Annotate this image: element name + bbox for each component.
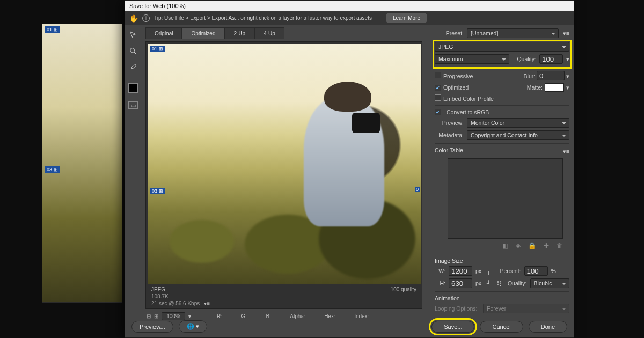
blur-input[interactable] (537, 71, 565, 80)
preview-container: 01 ⊞ 03 ⊞ 0 JPEG 100 quality 108.7K 21 s… (145, 41, 422, 309)
matte-chevron-icon[interactable]: ▾ (566, 84, 569, 91)
width-label: W: (435, 268, 445, 274)
progressive-label: Progressive (443, 73, 473, 79)
tab-4up[interactable]: 4-Up (254, 27, 284, 39)
ct-new-icon[interactable]: ✚ (544, 242, 549, 249)
learn-more-button[interactable]: Learn More (386, 13, 427, 23)
info-icon: i (142, 14, 150, 22)
matte-swatch[interactable] (545, 83, 564, 92)
slice-edge-number: 0 (415, 187, 420, 192)
preview-slice-01[interactable]: 01 ⊞ (150, 46, 165, 52)
slice-visibility-toggle[interactable]: ▭ (128, 101, 138, 109)
preview-intent-label: Preview: (435, 120, 464, 126)
width-input[interactable] (449, 266, 472, 276)
bg-slice-03: 03 ⊞ (45, 166, 60, 173)
height-label: H: (435, 280, 445, 286)
looping-dropdown: Forever (483, 304, 569, 313)
blur-chevron-icon[interactable]: ▾ (566, 73, 569, 79)
preview-tabs: Original Optimized 2-Up 4-Up (141, 25, 427, 39)
svg-point-0 (130, 48, 135, 53)
quality-preset-dropdown[interactable]: Maximum (435, 54, 509, 64)
camera-shape (352, 113, 380, 133)
looping-label: Looping Options: (435, 305, 480, 312)
color-table-title: Color Table (435, 147, 463, 153)
preview-quality-label: 100 quality (391, 286, 416, 292)
quality-input[interactable] (539, 54, 563, 64)
metadata-dropdown[interactable]: Copyright and Contact Info (467, 130, 569, 140)
browser-preview-button[interactable]: 🌐 ▾ (179, 320, 207, 333)
preview-button[interactable]: Preview... (131, 321, 173, 333)
format-dropdown[interactable]: JPEG (435, 42, 569, 52)
ct-lock-icon[interactable]: 🔒 (528, 242, 536, 249)
pct-unit: % (551, 268, 556, 274)
ct-cube-icon[interactable]: ◈ (516, 242, 521, 249)
resample-dropdown[interactable]: Bicubic (530, 278, 569, 288)
blur-label: Blur: (524, 73, 536, 79)
color-table-menu-icon[interactable]: ▾≡ (562, 148, 569, 155)
optimized-checkbox[interactable] (435, 85, 441, 91)
image-preview[interactable]: 01 ⊞ 03 ⊞ 0 (148, 44, 421, 284)
quality-label: Quality: (513, 56, 536, 62)
eyedropper-tool-icon[interactable] (128, 62, 138, 72)
slice-divider[interactable] (148, 187, 421, 187)
convert-srgb-label: Convert to sRGB (447, 109, 489, 115)
hat-shape (324, 82, 371, 112)
foreground-swatch[interactable] (128, 83, 138, 93)
cancel-button[interactable]: Cancel (480, 321, 523, 333)
resample-label: Quality: (506, 280, 527, 286)
ct-snap-icon[interactable]: ◧ (502, 242, 508, 249)
dialog-titlebar[interactable]: Save for Web (100%) (125, 1, 574, 11)
tip-bar: ✋ i Tip: Use File > Export > Export As..… (125, 11, 574, 25)
preview-format-label: JPEG (151, 286, 165, 292)
px-unit-2: px (475, 280, 481, 286)
center-panel: Original Optimized 2-Up 4-Up 01 ⊞ 03 ⊞ (141, 25, 430, 315)
ct-trash-icon[interactable]: 🗑 (557, 242, 563, 249)
preview-slice-03[interactable]: 03 ⊞ (150, 188, 165, 194)
bg-slice-01: 01 ⊞ (45, 26, 60, 33)
matte-label: Matte: (527, 84, 543, 91)
progressive-checkbox[interactable] (435, 72, 441, 78)
tip-text: Tip: Use File > Export > Export As... or… (154, 15, 372, 21)
embed-profile-checkbox[interactable] (435, 94, 441, 101)
settings-panel: Preset: [Unnamed] ▾≡ JPEG Maximum Qualit… (430, 25, 574, 315)
tab-2up[interactable]: 2-Up (224, 27, 254, 39)
preview-menu-icon[interactable]: ▾≡ (204, 300, 210, 306)
tab-optimized[interactable]: Optimized (182, 27, 224, 39)
format-highlight-region: JPEG Maximum Quality: ▾ (434, 41, 570, 68)
preset-label: Preset: (435, 30, 464, 36)
dialog-footer: Preview... 🌐 ▾ Save... Cancel Done (125, 315, 574, 337)
tab-original[interactable]: Original (145, 27, 182, 39)
color-table (448, 158, 563, 239)
done-button[interactable]: Done (529, 321, 567, 333)
percent-input[interactable] (524, 266, 548, 276)
convert-srgb-checkbox[interactable] (435, 109, 441, 115)
metadata-label: Metadata: (435, 132, 464, 138)
percent-label: Percent: (496, 268, 521, 274)
optimized-label: Optimized (443, 84, 469, 91)
grass-shape (170, 220, 234, 263)
preview-timing-label: 21 sec @ 56.6 Kbps (151, 300, 200, 306)
preview-intent-dropdown[interactable]: Monitor Color (467, 118, 569, 128)
save-button[interactable]: Save... (431, 321, 474, 333)
px-unit: px (475, 268, 481, 274)
tools-column: ▭ (125, 25, 141, 315)
preset-menu-icon[interactable]: ▾≡ (562, 30, 569, 36)
link-icon[interactable]: ⛓ (496, 280, 502, 286)
preview-size-label: 108.7K (151, 293, 169, 299)
quality-chevron-icon[interactable]: ▾ (566, 56, 569, 62)
hand-tool-icon[interactable]: ✋ (129, 14, 138, 23)
height-input[interactable] (449, 278, 472, 288)
save-for-web-dialog: Save for Web (100%) ✋ i Tip: Use File > … (125, 0, 574, 338)
background-document: 01 ⊞ 03 ⊞ (42, 24, 122, 303)
zoom-tool-icon[interactable] (128, 46, 138, 56)
pointer-tool-icon[interactable] (128, 30, 138, 40)
image-size-title: Image Size (435, 258, 569, 264)
preset-dropdown[interactable]: [Unnamed] (467, 28, 559, 38)
embed-profile-label: Embed Color Profile (443, 95, 494, 102)
animation-title: Animation (435, 295, 569, 302)
